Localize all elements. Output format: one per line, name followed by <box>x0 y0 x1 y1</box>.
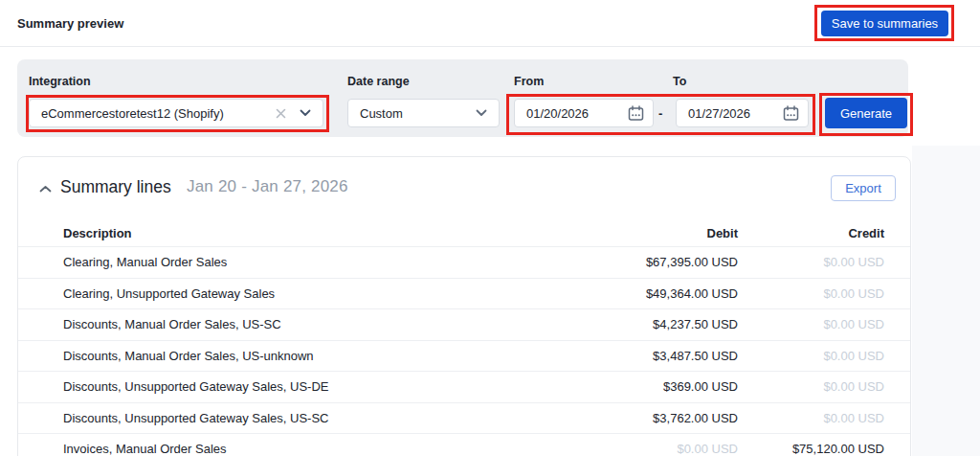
row-debit: $0.00 USD <box>508 442 738 456</box>
filter-bar: Integration eCommercestoretest12 (Shopif… <box>17 59 908 137</box>
integration-select[interactable]: eCommercestoretest12 (Shopify) <box>29 99 323 127</box>
row-credit: $0.00 USD <box>738 411 884 425</box>
summary-card-header: Summary lines Jan 20 - Jan 27, 2026 Expo… <box>18 157 910 219</box>
row-description: Discounts, Manual Order Sales, US-unknow… <box>63 349 508 363</box>
from-date-value: 01/20/2026 <box>515 106 628 121</box>
to-date-value: 01/27/2026 <box>677 106 783 121</box>
summary-preview-page: Summary preview Save to summaries Integr… <box>0 0 980 456</box>
summary-lines-card: Summary lines Jan 20 - Jan 27, 2026 Expo… <box>17 156 911 456</box>
generate-button[interactable]: Generate <box>825 98 907 128</box>
save-to-summaries-button[interactable]: Save to summaries <box>821 11 948 36</box>
row-credit: $0.00 USD <box>738 379 884 394</box>
row-description: Discounts, Manual Order Sales, US-SC <box>63 317 508 331</box>
table-row: Invoices, Manual Order Sales $0.00 USD $… <box>18 434 910 456</box>
row-debit: $3,762.00 USD <box>508 411 738 425</box>
column-header-debit: Debit <box>508 226 738 240</box>
collapse-section-toggle[interactable] <box>35 179 55 198</box>
row-description: Discounts, Unsupported Gateway Sales, US… <box>63 411 508 425</box>
row-description: Invoices, Manual Order Sales <box>63 442 508 456</box>
row-credit: $0.00 USD <box>738 317 884 331</box>
from-date-input[interactable]: 01/20/2026 <box>514 99 654 127</box>
header-divider <box>0 46 980 47</box>
calendar-icon[interactable] <box>783 105 799 122</box>
calendar-icon[interactable] <box>628 105 644 122</box>
table-row: Discounts, Manual Order Sales, US-unknow… <box>18 341 910 373</box>
date-range-select-value: Custom <box>348 106 476 121</box>
table-body: Clearing, Manual Order Sales $67,395.00 … <box>18 247 910 456</box>
row-credit: $0.00 USD <box>738 349 884 363</box>
to-date-input[interactable]: 01/27/2026 <box>676 99 809 127</box>
date-separator: - <box>658 99 662 127</box>
column-header-credit: Credit <box>738 226 884 240</box>
section-date-range: Jan 20 - Jan 27, 2026 <box>187 177 348 196</box>
row-credit: $0.00 USD <box>738 255 884 269</box>
date-range-select[interactable]: Custom <box>347 99 500 127</box>
chevron-down-icon <box>300 109 311 117</box>
table-row: Clearing, Manual Order Sales $67,395.00 … <box>18 247 910 279</box>
row-description: Discounts, Unsupported Gateway Sales, US… <box>63 379 508 394</box>
row-debit: $369.00 USD <box>508 379 738 394</box>
from-label: From <box>514 75 544 88</box>
section-title: Summary lines <box>60 177 171 197</box>
integration-select-value: eCommercestoretest12 (Shopify) <box>30 106 276 121</box>
chevron-up-icon <box>39 185 52 194</box>
clear-icon[interactable] <box>276 108 286 119</box>
table-row: Clearing, Unsupported Gateway Sales $49,… <box>18 279 910 310</box>
row-credit: $0.00 USD <box>738 286 884 301</box>
row-description: Clearing, Unsupported Gateway Sales <box>63 286 508 301</box>
row-debit: $3,487.50 USD <box>508 349 738 363</box>
table-row: Discounts, Manual Order Sales, US-SC $4,… <box>18 309 910 341</box>
date-range-label: Date range <box>347 75 410 88</box>
table-header-row: Description Debit Credit <box>18 219 910 247</box>
page-title: Summary preview <box>17 16 123 31</box>
table-row: Discounts, Unsupported Gateway Sales, US… <box>18 372 910 403</box>
content-gutter <box>912 146 980 456</box>
row-debit: $49,364.00 USD <box>508 286 738 301</box>
integration-label: Integration <box>29 75 91 88</box>
export-button[interactable]: Export <box>831 175 896 201</box>
row-debit: $67,395.00 USD <box>508 255 738 269</box>
row-debit: $4,237.50 USD <box>508 317 738 331</box>
row-description: Clearing, Manual Order Sales <box>63 255 508 269</box>
chevron-down-icon <box>476 109 487 117</box>
column-header-description: Description <box>63 226 508 240</box>
table-row: Discounts, Unsupported Gateway Sales, US… <box>18 403 910 435</box>
row-credit: $75,120.00 USD <box>738 442 884 456</box>
to-label: To <box>673 75 686 88</box>
